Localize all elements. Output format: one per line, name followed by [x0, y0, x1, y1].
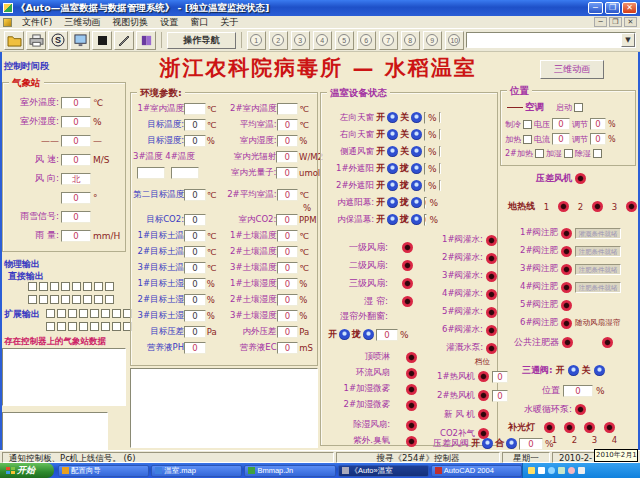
status-led[interactable] — [486, 343, 497, 354]
open-led[interactable] — [387, 214, 398, 225]
output-checkbox[interactable] — [28, 295, 37, 304]
restore-button[interactable]: ❐ — [605, 2, 620, 14]
status-led[interactable] — [406, 352, 417, 363]
weather-value-input[interactable]: 0 — [61, 97, 91, 109]
device-value-input[interactable]: 0 — [424, 146, 426, 158]
status-led[interactable] — [575, 404, 586, 415]
nav-circle-button[interactable]: 10 — [445, 31, 464, 50]
open-led[interactable] — [568, 365, 579, 376]
status-led[interactable] — [592, 201, 603, 212]
task-button[interactable]: 配置向导 — [58, 465, 149, 477]
env-value-input[interactable]: 0 — [277, 246, 299, 258]
task-button[interactable]: AutoCAD 2004 — [431, 465, 522, 477]
nav-circle-button[interactable]: 6 — [357, 31, 376, 50]
box-icon[interactable] — [92, 31, 112, 50]
output-checkbox[interactable] — [57, 322, 66, 331]
output-checkbox[interactable] — [61, 295, 70, 304]
output-checkbox[interactable] — [83, 282, 92, 291]
env-value-input[interactable]: 0 — [184, 294, 206, 306]
menu-item-3[interactable]: 设置 — [154, 16, 184, 29]
output-checkbox[interactable] — [50, 295, 59, 304]
status-led[interactable] — [561, 318, 572, 329]
output-checkbox[interactable] — [72, 282, 81, 291]
env-value-input[interactable]: 0 — [276, 151, 298, 163]
env-value-input[interactable] — [171, 167, 199, 179]
device-value-input[interactable]: 0 — [424, 129, 426, 141]
nav-circle-button[interactable]: 5 — [335, 31, 354, 50]
env-value-input[interactable]: 0 — [277, 326, 299, 338]
weather-value-input[interactable]: 0 — [61, 211, 91, 223]
ac-value-input[interactable]: 0 — [552, 133, 570, 145]
status-led[interactable] — [561, 246, 572, 257]
env-value-input[interactable]: 0 — [184, 262, 206, 274]
minimize-button[interactable]: ─ — [588, 2, 603, 14]
ac-checkbox[interactable] — [523, 120, 532, 129]
status-led[interactable] — [478, 390, 489, 401]
status-led[interactable] — [478, 371, 489, 382]
controller-combobox[interactable]: ▼ — [466, 32, 636, 48]
output-checkbox[interactable] — [28, 282, 37, 291]
open-led[interactable] — [387, 180, 398, 191]
output-checkbox[interactable] — [61, 282, 70, 291]
status-led[interactable] — [406, 400, 417, 411]
ac-value-input[interactable]: 0 — [590, 133, 606, 145]
env-value-input[interactable]: 0 — [277, 189, 299, 201]
device-value-input[interactable]: 0 — [424, 112, 426, 124]
output-checkbox[interactable] — [83, 295, 92, 304]
env-value-input[interactable]: 0 — [277, 310, 299, 322]
env-value-input[interactable]: 0 — [184, 326, 206, 338]
status-led[interactable] — [561, 264, 572, 275]
curtain-value-input[interactable]: 0 — [376, 329, 398, 341]
env-value-input[interactable]: 0 — [277, 135, 299, 147]
env-value-input[interactable]: 0 — [184, 119, 206, 131]
device-value-input[interactable]: 0 — [424, 180, 426, 192]
status-led[interactable] — [402, 278, 413, 289]
open-led[interactable] — [387, 112, 398, 123]
status-led[interactable] — [486, 235, 497, 246]
open-led[interactable] — [339, 329, 350, 340]
status-led[interactable] — [406, 436, 417, 447]
weather-value-input[interactable]: 0 — [61, 192, 91, 204]
env-value-input[interactable]: 0 — [276, 214, 298, 226]
open-led[interactable] — [387, 197, 398, 208]
nav-circle-button[interactable]: 2 — [269, 31, 288, 50]
station-data-listbox[interactable] — [2, 348, 126, 406]
tray-icon[interactable] — [538, 467, 545, 474]
output-checkbox[interactable] — [39, 295, 48, 304]
output-checkbox[interactable] — [68, 322, 77, 331]
open-led[interactable] — [387, 146, 398, 157]
print-icon[interactable] — [26, 31, 46, 50]
close-led[interactable] — [411, 129, 422, 140]
env-value-input[interactable]: 0 — [277, 230, 299, 242]
mdi-restore-button[interactable]: ❐ — [609, 17, 622, 27]
env-value-input[interactable]: 0 — [277, 294, 299, 306]
s-icon[interactable]: S — [48, 31, 68, 50]
menu-item-1[interactable]: 三维动画 — [58, 16, 106, 29]
nav-circle-button[interactable]: 7 — [379, 31, 398, 50]
status-led[interactable] — [406, 368, 417, 379]
env-value-input[interactable]: 0 — [277, 262, 299, 274]
weather-value-input[interactable]: 0 — [61, 230, 91, 242]
device-value-input[interactable]: 0 — [424, 214, 427, 226]
output-checkbox[interactable] — [50, 282, 59, 291]
nav-circle-button[interactable]: 9 — [423, 31, 442, 50]
env-value-input[interactable]: 0 — [184, 342, 206, 354]
env-value-input[interactable]: 0 — [184, 310, 206, 322]
status-led[interactable] — [626, 201, 637, 212]
status-led[interactable] — [561, 300, 572, 311]
output-checkbox[interactable] — [112, 322, 121, 331]
device-value-input[interactable]: 0 — [424, 197, 427, 209]
output-checkbox[interactable] — [68, 309, 77, 318]
env-value-input[interactable] — [137, 167, 165, 179]
env-value-input[interactable]: 0 — [184, 246, 206, 258]
status-led[interactable] — [402, 260, 413, 271]
close-led[interactable] — [594, 365, 605, 376]
close-led[interactable] — [411, 163, 422, 174]
output-checkbox[interactable] — [90, 322, 99, 331]
env-value-input[interactable]: 0 — [184, 214, 206, 226]
status-led[interactable] — [406, 384, 417, 395]
nav-circle-button[interactable]: 4 — [313, 31, 332, 50]
tray-icon[interactable] — [528, 467, 535, 474]
environment-log-listbox[interactable] — [130, 368, 318, 448]
device-value-input[interactable]: 0 — [424, 163, 426, 175]
